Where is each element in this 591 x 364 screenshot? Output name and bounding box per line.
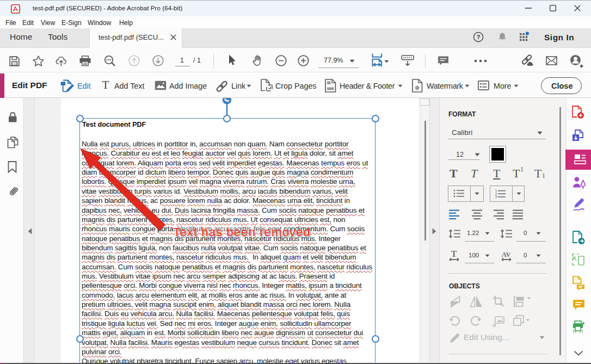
svg-text:3: 3 — [495, 195, 497, 199]
svg-text:?: ? — [476, 34, 480, 40]
svg-text:T: T — [102, 78, 109, 91]
svg-text:AV: AV — [501, 250, 511, 258]
svg-text:T: T — [451, 249, 457, 258]
